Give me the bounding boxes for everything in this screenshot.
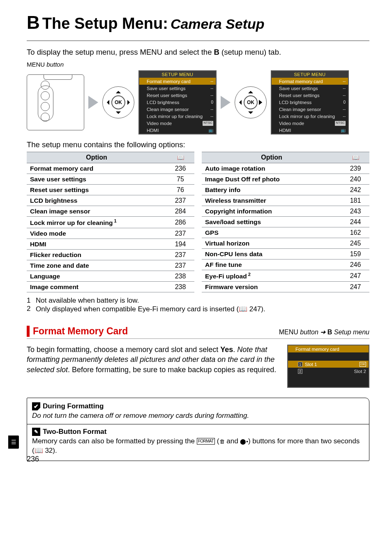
lcd-menu-row: Video modeNTSC — [139, 120, 216, 127]
meter-icon: ⬤▪ — [240, 438, 248, 445]
lcd-row-value: 0 — [211, 100, 213, 105]
table-row: AF fine tune246 — [202, 259, 369, 270]
lcd-row-label: Clean image sensor — [279, 107, 321, 112]
footnote: 2Only displayed when compatible Eye-Fi m… — [27, 305, 369, 313]
trash-icon: 🗑 — [219, 438, 225, 445]
table-row: Language238 — [27, 271, 194, 282]
lcd-menu-row: Save user settings-- — [139, 85, 216, 92]
lcd-menu-row: Reset user settings-- — [272, 92, 348, 99]
side-tab-icon: ☰ — [8, 436, 19, 449]
table-row: Wireless transmitter181 — [202, 195, 369, 206]
title-main: The Setup Menu: — [42, 15, 168, 32]
arrow-icon — [88, 96, 98, 109]
table-row: Virtual horizon245 — [202, 238, 369, 249]
footnote-text: Only displayed when compatible Eye-Fi me… — [36, 305, 265, 313]
nav-diagram-strip: OK SETUP MENU Format memory card--Save u… — [27, 70, 369, 134]
arrow-icon — [221, 96, 231, 109]
footnote: 1Not available when battery is low. — [27, 297, 369, 305]
table-row: Format memory card236 — [27, 163, 194, 174]
intro-text: To display the setup menu, press MENU an… — [27, 48, 369, 57]
option-page: 75 — [166, 174, 194, 185]
option-name: Auto image rotation — [202, 163, 341, 174]
table-row: Image comment238 — [27, 282, 194, 292]
menu-btn-suffix: button — [45, 61, 64, 68]
option-page: 240 — [341, 174, 369, 185]
format-tag-icon: FORMAT — [197, 438, 215, 445]
page-title-row: B The Setup Menu: Camera Setup — [27, 12, 369, 33]
n2-c: and — [225, 437, 240, 445]
lcd-row-value: -- — [343, 93, 346, 98]
table-row: Time zone and date237 — [27, 260, 194, 271]
table-row: Clean image sensor284 — [27, 206, 194, 217]
lcd2-header: SETUP MENU — [272, 71, 348, 78]
lcd-row-value: 0 — [343, 100, 346, 105]
intro-pre: To display the setup menu, press — [27, 48, 140, 56]
option-page: 247 — [341, 282, 369, 292]
lcd-row-value: 📺 — [208, 128, 213, 133]
menu-button-label: MENU button — [27, 61, 369, 68]
options-table-right: Option 📖 Auto image rotation239Image Dus… — [202, 152, 369, 292]
option-name: LCD brightness — [27, 195, 166, 206]
note1-body: Do not turn the camera off or remove mem… — [32, 411, 364, 421]
th-option: Option — [27, 152, 166, 163]
lcd-slot2-row: 2 Slot 2 — [288, 368, 369, 375]
note2-heading: ✎ Two-Button Format — [32, 428, 364, 436]
page-number: 236 — [27, 455, 39, 463]
lcd-blank-row — [288, 375, 369, 387]
lcd-row-value: -- — [343, 79, 346, 84]
book-icon: 📖 — [352, 154, 359, 161]
lcd-blank-row — [288, 352, 369, 361]
option-page: 237 — [166, 250, 194, 260]
setup-icon-path: B — [327, 329, 332, 336]
ft-a: To begin formatting, choose a memory car… — [27, 345, 220, 354]
note1-heading-text: During Formatting — [43, 402, 104, 410]
option-name: Time zone and date — [27, 260, 166, 271]
ft-p2: . Before formatting, be sure to make bac… — [68, 366, 276, 374]
lcd-format-title: Format memory card — [288, 345, 369, 352]
option-name: Language — [27, 271, 166, 282]
path-mid: button ➜ — [298, 329, 327, 336]
lcd-row-label: Reset user settings — [147, 93, 187, 98]
table-row: Video mode237 — [27, 228, 194, 239]
option-name: Save/load settings — [202, 217, 341, 227]
lcd-row-label: Lock mirror up for cleaning — [279, 114, 335, 119]
lcd-row-label: Video mode — [279, 121, 304, 126]
option-name: Firmware version — [202, 282, 341, 292]
lcd-row-value: -- — [343, 86, 346, 91]
th-page-icon: 📖 — [166, 152, 194, 163]
option-page: 238 — [166, 282, 194, 292]
intro-post: (setup menu) tab. — [219, 48, 281, 56]
option-name: GPS — [202, 227, 341, 238]
ok-box: OK — [360, 362, 366, 367]
option-name: AF fine tune — [202, 259, 341, 270]
lcd-menu-row: LCD brightness0 — [272, 99, 348, 106]
menu-btn-name: MENU — [27, 61, 45, 68]
lcd-row-value: -- — [210, 93, 213, 98]
multi-selector-diagram: OK — [102, 86, 134, 118]
option-page: 181 — [341, 195, 369, 206]
lcd-menu-row: Format memory card-- — [272, 78, 348, 85]
option-name: HDMI — [27, 239, 166, 250]
option-page: 237 — [166, 260, 194, 271]
table-row: Image Dust Off ref photo240 — [202, 174, 369, 185]
lcd-row-label: Format memory card — [147, 79, 191, 84]
section-breadcrumb: MENU button ➜ B Setup menu — [279, 328, 369, 336]
lcd-row-label: Save user settings — [279, 86, 318, 91]
table-row: Non-CPU lens data159 — [202, 249, 369, 259]
option-name: Copyright information — [202, 206, 341, 217]
lcd-menu-row: Format memory card-- — [139, 78, 216, 85]
footnote-ref: 2 — [247, 272, 251, 277]
option-name: Flicker reduction — [27, 250, 166, 260]
options-tables: Option 📖 Format memory card236Save user … — [27, 152, 369, 292]
title-sub: Camera Setup — [171, 16, 265, 32]
table-row: Flicker reduction237 — [27, 250, 194, 260]
ft-c: . — [233, 345, 237, 354]
th-option: Option — [202, 152, 341, 163]
slot-icon: 2 — [298, 369, 302, 374]
option-name: Eye-Fi upload 2 — [202, 270, 341, 282]
option-page: 238 — [166, 271, 194, 282]
lcd-menu-row: Lock mirror up for cleaning-- — [139, 113, 216, 120]
note1-body-text: Do not turn the camera off or remove mem… — [32, 412, 249, 419]
lcd1-header: SETUP MENU — [139, 71, 216, 78]
section-divider — [27, 338, 369, 339]
